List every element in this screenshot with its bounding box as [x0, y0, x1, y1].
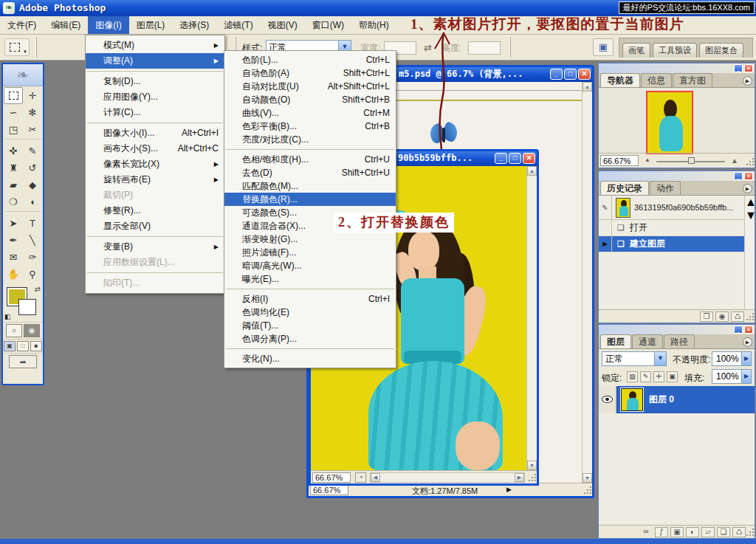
history-snapshot-row[interactable]: ✎ 3613195f0a690b5b59bffb...: [599, 196, 744, 220]
delete-state-icon[interactable]: ♺: [731, 311, 744, 322]
lock-position-icon[interactable]: ✛: [653, 371, 664, 382]
scroll-right-icon[interactable]: ▶: [515, 473, 524, 482]
move-tool[interactable]: ✛: [23, 87, 42, 104]
resize-grip[interactable]: [745, 158, 754, 167]
doc2-horizontal-scrollbar[interactable]: ◀ ▶: [370, 472, 525, 483]
menu-item-variations[interactable]: 变化(N)...: [224, 352, 396, 365]
minimize-icon[interactable]: _: [734, 326, 743, 334]
menu-item-levels[interactable]: 色阶(L)...Ctrl+L: [224, 53, 396, 66]
panel-menu-icon[interactable]: ▶: [743, 184, 752, 193]
close-icon[interactable]: ✕: [744, 172, 753, 180]
menu-item-shadow-highlight[interactable]: 暗调/高光(W)...: [224, 259, 396, 272]
menu-item-match-color[interactable]: 匹配颜色(M)...: [224, 179, 396, 193]
scroll-up-icon[interactable]: ▲: [583, 82, 592, 92]
history-brush-tool[interactable]: ↺: [23, 159, 42, 176]
magic-wand-tool[interactable]: ✻: [23, 104, 42, 121]
palette-tab-layer-comps[interactable]: 图层复合: [699, 43, 743, 58]
tab-channels[interactable]: 通道: [632, 334, 663, 348]
menu-item-adjustments[interactable]: 调整(A)▶: [86, 53, 224, 69]
type-tool[interactable]: T: [23, 215, 42, 232]
scroll-up-icon[interactable]: ▲: [745, 196, 755, 209]
menu-item-rotate-canvas[interactable]: 旋转画布(E)▶: [86, 172, 224, 187]
resize-grip[interactable]: [745, 313, 754, 322]
menu-item-threshold[interactable]: 阈值(T)...: [224, 319, 396, 332]
menu-item-hue-saturation[interactable]: 色相/饱和度(H)...Ctrl+U: [224, 153, 396, 166]
new-layer-icon[interactable]: ❏: [717, 527, 730, 537]
panel-menu-icon[interactable]: ▶: [743, 337, 752, 347]
standard-mode-button[interactable]: ○: [6, 324, 22, 337]
close-icon[interactable]: ✕: [523, 153, 535, 164]
resize-grip[interactable]: [745, 528, 754, 537]
history-source-checkbox[interactable]: [599, 220, 612, 236]
standard-screen-mode-button[interactable]: ▣: [4, 341, 16, 351]
new-group-icon[interactable]: ▱: [701, 527, 715, 537]
tab-history[interactable]: 历史记录: [600, 181, 649, 195]
file-browser-icon[interactable]: ▣: [593, 38, 614, 56]
doc1-zoom-field[interactable]: 66.67%: [310, 485, 348, 495]
layer-thumbnail[interactable]: [621, 388, 643, 411]
menu-item-exposure[interactable]: 曝光(E)...: [224, 272, 396, 286]
swap-dimensions-icon[interactable]: ⇄: [424, 42, 432, 53]
rectangular-marquee-tool[interactable]: [4, 87, 23, 104]
menu-item-auto-color[interactable]: 自动颜色(O)Shift+Ctrl+B: [224, 93, 396, 106]
menu-edit[interactable]: 编辑(E): [44, 16, 88, 34]
minimize-icon[interactable]: _: [734, 64, 743, 72]
menu-layer[interactable]: 图层(L): [129, 16, 173, 34]
menu-filter[interactable]: 滤镜(T): [216, 16, 260, 34]
adjustment-layer-icon[interactable]: ◐: [686, 527, 699, 537]
lock-image-icon[interactable]: ✎: [640, 371, 651, 382]
slice-tool[interactable]: ✂: [23, 121, 42, 138]
slider-knob[interactable]: [688, 157, 695, 164]
pen-tool[interactable]: ✒: [4, 232, 23, 249]
resize-grip[interactable]: [583, 486, 591, 495]
maximize-icon[interactable]: □: [509, 153, 521, 164]
tab-navigator[interactable]: 导航器: [600, 73, 640, 87]
tab-histogram[interactable]: 直方图: [673, 73, 712, 87]
scroll-left-icon[interactable]: ◀: [371, 473, 380, 482]
minimize-icon[interactable]: _: [734, 172, 743, 180]
menu-item-color-balance[interactable]: 色彩平衡(B)...Ctrl+B: [224, 120, 396, 133]
menu-item-pixel-aspect[interactable]: 像素长宽比(X)▶: [86, 156, 224, 172]
clone-stamp-tool[interactable]: ♜: [4, 159, 23, 176]
layer-style-icon[interactable]: ƒ: [655, 527, 668, 537]
doc2-zoom-field[interactable]: 66.67%: [312, 472, 351, 483]
line-tool[interactable]: ╲: [23, 232, 42, 249]
blend-mode-dropdown[interactable]: 正常 ▼: [602, 351, 667, 366]
menu-item-brightness-contrast[interactable]: 亮度/对比度(C)...: [224, 133, 396, 146]
menu-select[interactable]: 选择(S): [172, 16, 216, 34]
crop-tool[interactable]: ◳: [4, 121, 23, 138]
palette-tab-tool-presets[interactable]: 工具预设: [653, 43, 697, 58]
history-brush-source-icon[interactable]: ✎: [599, 196, 612, 220]
jump-to-imageready-button[interactable]: ➦: [9, 355, 37, 368]
fullscreen-menubar-mode-button[interactable]: □: [17, 341, 29, 351]
path-selection-tool[interactable]: ➤: [4, 215, 23, 232]
opacity-field[interactable]: 100% ▶: [712, 351, 752, 366]
doc1-vertical-scrollbar[interactable]: ▲ ▼: [582, 82, 592, 483]
background-color-swatch[interactable]: [19, 300, 35, 314]
navigator-proxy-preview[interactable]: [646, 91, 693, 154]
minimize-icon[interactable]: _: [495, 153, 507, 164]
history-scrollbar[interactable]: ▲ ▼: [744, 196, 755, 309]
layer-row-layer0[interactable]: 图层 0: [599, 386, 755, 413]
menu-item-variables[interactable]: 变量(B)▶: [86, 239, 224, 255]
quick-mask-mode-button[interactable]: ◉: [24, 324, 40, 337]
scroll-down-icon[interactable]: ▼: [745, 209, 755, 222]
chevron-right-icon[interactable]: ▶: [741, 352, 751, 365]
menu-item-auto-contrast[interactable]: 自动对比度(U)Alt+Shift+Ctrl+L: [224, 80, 396, 93]
chevron-down-icon[interactable]: ▼: [654, 352, 666, 365]
eyedropper-tool[interactable]: ✑: [23, 249, 42, 266]
fullscreen-mode-button[interactable]: ■: [30, 341, 42, 351]
close-icon[interactable]: ✕: [744, 64, 753, 72]
panel-header[interactable]: _ ✕: [599, 171, 755, 181]
zoom-tool[interactable]: ⚲: [23, 266, 42, 283]
default-colors-icon[interactable]: ◧: [4, 313, 11, 320]
scroll-down-icon[interactable]: ▼: [527, 461, 537, 470]
menu-image[interactable]: 图像(I): [88, 16, 128, 34]
notes-tool[interactable]: ✉: [4, 249, 23, 266]
menu-help[interactable]: 帮助(H): [351, 16, 396, 34]
status-menu-arrow-icon[interactable]: ▶: [506, 486, 512, 493]
menu-item-calculations[interactable]: 计算(C)...: [86, 105, 224, 120]
menu-item-replace-color[interactable]: 替换颜色(R)...: [224, 193, 396, 206]
menu-item-canvas-size[interactable]: 画布大小(S)...Alt+Ctrl+C: [86, 141, 224, 156]
history-source-checkbox[interactable]: ▶: [599, 236, 612, 252]
